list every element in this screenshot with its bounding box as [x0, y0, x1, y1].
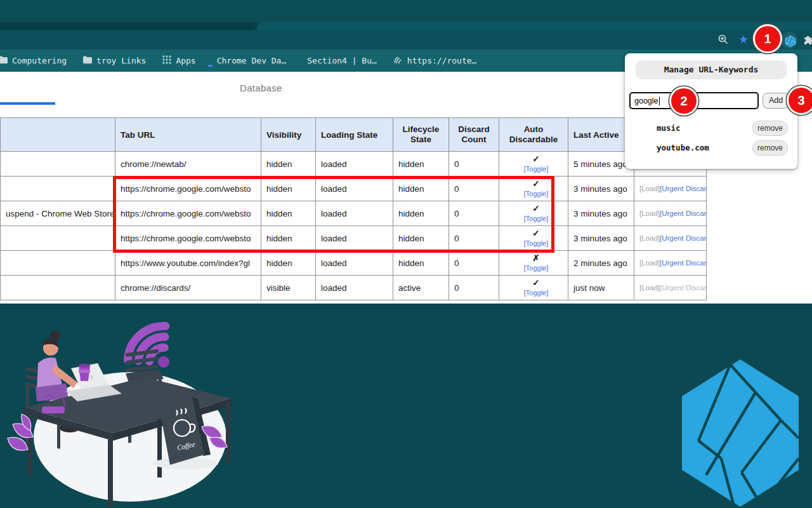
- last-active-cell: just now: [568, 276, 634, 300]
- tab-url-cell: https://www.youtube.com/index?gl: [115, 251, 261, 276]
- table-cell: 0: [449, 276, 499, 300]
- hexagon-logo: [681, 358, 800, 508]
- load-link: [Load]: [639, 284, 660, 291]
- table-cell: hidden: [261, 201, 316, 226]
- table-row: https://chrome.google.com/webstohiddenlo…: [1, 226, 707, 251]
- table-row: chrome://discards/visibleloadedactive0✓[…: [1, 276, 707, 300]
- table-cell: loaded: [316, 177, 393, 201]
- last-active-cell: 3 minutes ago: [568, 226, 634, 251]
- table-cell: hidden: [261, 152, 316, 177]
- bookmark-label: Apps: [176, 56, 195, 65]
- extensions-puzzle-icon[interactable]: [802, 33, 812, 46]
- keyword-input-value: google: [634, 97, 658, 105]
- table-row: https://chrome.google.com/webstohiddenlo…: [1, 177, 707, 201]
- last-active-cell: 3 minutes ago: [568, 177, 634, 201]
- toggle-link[interactable]: [Toggle]: [504, 165, 568, 174]
- auto-discardable-cell: ✓[Toggle]: [499, 276, 568, 300]
- table-cell: hidden: [393, 152, 449, 177]
- keyword-row: musicremove: [625, 121, 797, 136]
- keyword-name: youtube.com: [657, 143, 709, 152]
- actions-cell: [Load][Urgent Discard]: [634, 226, 707, 251]
- last-active-cell: 2 minutes ago: [568, 251, 634, 276]
- table-cell: loaded: [316, 201, 393, 226]
- bookmark-item[interactable]: Section4 | Bu…: [293, 56, 386, 65]
- cafe-illustration: Coffee: [0, 304, 254, 508]
- toggle-link[interactable]: [Toggle]: [504, 239, 568, 248]
- tab-url-cell: https://chrome.google.com/websto: [115, 201, 261, 226]
- tab-strip: [0, 0, 812, 30]
- load-link[interactable]: [Load]: [639, 185, 660, 192]
- bookmark-label: Section4 | Bu…: [307, 56, 377, 65]
- toggle-link[interactable]: [Toggle]: [504, 190, 568, 199]
- annotation-circle-1: 1: [755, 26, 780, 51]
- actions-cell: [Load][Urgent Discard]: [634, 276, 707, 300]
- table-cell: hidden: [261, 177, 316, 201]
- selected-tab-underline: [0, 102, 55, 105]
- tab-url-cell: chrome://discards/: [115, 276, 261, 300]
- urgent-discard-link[interactable]: [Urgent Discard]: [660, 234, 707, 242]
- table-cell: hidden: [393, 226, 449, 251]
- bookmark-item[interactable]: Computering: [0, 56, 76, 65]
- urgent-discard-link[interactable]: [Urgent Discard]: [660, 185, 707, 192]
- table-cell: [1, 152, 115, 177]
- grid-icon: [162, 55, 171, 66]
- remove-button[interactable]: remove: [752, 140, 788, 156]
- bookmark-label: Chrome Dev Da…: [217, 56, 287, 65]
- coffee-cup: [79, 364, 90, 381]
- column-header: Visibility: [261, 118, 316, 152]
- remove-button[interactable]: remove: [752, 121, 788, 136]
- urgent-discard-link[interactable]: [Urgent Discard]: [660, 210, 707, 217]
- table-cell: 0: [449, 152, 499, 177]
- bookmark-label: Computering: [12, 56, 67, 65]
- annotation-circle-2: 2: [671, 88, 697, 114]
- keyword-name: music: [657, 123, 681, 133]
- swirl-icon: [393, 55, 403, 67]
- bookmark-item[interactable]: Apps: [153, 55, 205, 66]
- extension-hexagon-icon[interactable]: [781, 32, 797, 48]
- column-header: Lifecycle State: [393, 118, 449, 152]
- table-row: https://www.youtube.com/index?glhiddenlo…: [1, 251, 707, 276]
- bookmark-item[interactable]: https://route…: [384, 55, 487, 67]
- table-row: chrome://newtab/hiddenloadedhidden0✓[Tog…: [1, 152, 707, 177]
- bookmark-item[interactable]: troy Links: [74, 56, 155, 65]
- urgent-discard-link: [Urgent Discard]: [660, 284, 707, 291]
- auto-discardable-cell: ✓[Toggle]: [499, 201, 568, 226]
- active-tab[interactable]: [258, 22, 812, 30]
- zoom-in-icon[interactable]: [717, 33, 730, 46]
- toggle-link[interactable]: [Toggle]: [504, 289, 568, 298]
- table-cell: loaded: [316, 251, 393, 276]
- last-active-cell: 3 minutes ago: [568, 201, 634, 226]
- bookmark-item[interactable]: Chrome Dev Da…: [203, 56, 296, 65]
- tab-url-cell: chrome://newtab/: [115, 152, 261, 177]
- table-row: uspend - Chrome Web Storehttps://chrome.…: [1, 201, 707, 226]
- add-button[interactable]: Add: [763, 93, 789, 109]
- table-cell: 0: [449, 226, 499, 251]
- folder-icon: [83, 56, 92, 65]
- inactive-tab[interactable]: [0, 22, 258, 30]
- load-link[interactable]: [Load]: [639, 259, 660, 267]
- column-header: Tab URL: [115, 118, 261, 152]
- urgent-discard-link[interactable]: [Urgent Discard]: [660, 259, 707, 267]
- bookmark-label: troy Links: [96, 56, 146, 65]
- tab-url-cell: https://chrome.google.com/websto: [115, 177, 261, 201]
- load-link[interactable]: [Load]: [639, 234, 660, 242]
- toggle-link[interactable]: [Toggle]: [504, 215, 568, 224]
- table-cell: loaded: [316, 226, 393, 251]
- auto-discardable-cell: ✓[Toggle]: [499, 177, 568, 201]
- tab-database[interactable]: Database: [240, 83, 282, 93]
- last-active-cell: 5 minutes ago: [568, 152, 634, 177]
- browser-toolbar: [0, 30, 812, 50]
- table-cell: uspend - Chrome Web Store: [1, 201, 115, 226]
- auto-discardable-mark: ✓: [504, 179, 568, 190]
- bookmark-star-icon[interactable]: ★: [737, 33, 750, 46]
- table-cell: active: [393, 276, 449, 300]
- auto-discardable-mark: ✗: [504, 253, 568, 264]
- table-cell: 0: [449, 177, 499, 201]
- table-cell: hidden: [393, 251, 449, 276]
- discards-table: Tab URLVisibilityLoading StateLifecycle …: [0, 117, 707, 300]
- tab-url-cell: https://chrome.google.com/websto: [115, 226, 261, 251]
- toggle-link[interactable]: [Toggle]: [504, 264, 568, 273]
- column-header: Auto Discardable: [499, 118, 568, 152]
- auto-discardable-mark: ✓: [504, 154, 568, 165]
- load-link[interactable]: [Load]: [639, 210, 660, 217]
